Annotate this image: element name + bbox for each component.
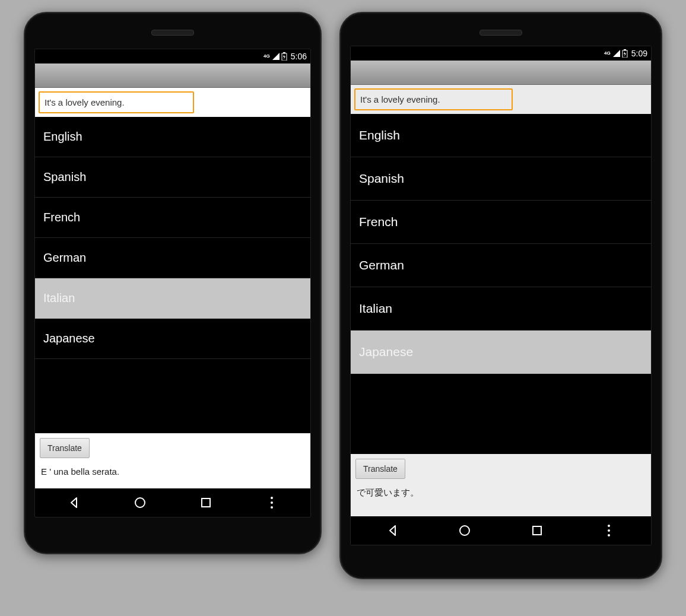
- svg-rect-5: [624, 49, 626, 50]
- svg-rect-1: [283, 52, 285, 53]
- phone-speaker: [151, 30, 194, 36]
- nav-recent-button[interactable]: [525, 519, 549, 542]
- nav-back-button[interactable]: [62, 491, 86, 515]
- language-item-english[interactable]: English: [351, 114, 651, 157]
- result-panel: Translate で可愛います。: [351, 454, 651, 516]
- svg-rect-7: [533, 526, 541, 535]
- menu-dots-icon: [605, 525, 613, 536]
- language-item-spanish[interactable]: Spanish: [351, 157, 651, 201]
- device-frame-left: 4G 5:06 English Spanish French German It…: [24, 12, 322, 554]
- network-indicator: 4G: [263, 54, 270, 59]
- language-item-italian[interactable]: Italian: [35, 278, 310, 319]
- language-item-italian[interactable]: Italian: [351, 287, 651, 331]
- app-content: English Spanish French German Italian Ja…: [351, 85, 651, 516]
- translate-button[interactable]: Translate: [40, 438, 90, 458]
- nav-menu-button[interactable]: [597, 519, 621, 542]
- phone-speaker: [479, 30, 522, 36]
- status-bar: 4G 5:09: [351, 46, 651, 61]
- nav-back-button[interactable]: [381, 519, 405, 542]
- app-content: English Spanish French German Italian Ja…: [35, 88, 310, 488]
- screen-right: 4G 5:09 English Spanish French German It…: [350, 46, 652, 545]
- signal-icon: [272, 53, 280, 60]
- title-bar: [35, 63, 310, 88]
- input-row: [351, 85, 651, 114]
- svg-point-6: [460, 526, 469, 535]
- nav-home-button[interactable]: [128, 491, 152, 515]
- status-bar: 4G 5:06: [35, 49, 310, 63]
- source-text-input[interactable]: [39, 91, 194, 113]
- menu-dots-icon: [268, 497, 276, 509]
- language-item-german[interactable]: German: [35, 238, 310, 278]
- language-item-japanese[interactable]: Japanese: [35, 319, 310, 359]
- translation-output: で可愛います。: [355, 487, 646, 498]
- input-row: [35, 88, 310, 117]
- source-text-input[interactable]: [354, 88, 513, 110]
- nav-menu-button[interactable]: [260, 491, 284, 515]
- nav-home-button[interactable]: [453, 519, 477, 542]
- signal-icon: [612, 50, 621, 57]
- language-item-german[interactable]: German: [351, 244, 651, 287]
- device-frame-right: 4G 5:09 English Spanish French German It…: [339, 12, 662, 579]
- network-indicator: 4G: [604, 51, 611, 56]
- language-item-spanish[interactable]: Spanish: [35, 157, 310, 198]
- translation-output: E ' una bella serata.: [40, 466, 306, 477]
- language-list: English Spanish French German Italian Ja…: [351, 114, 651, 454]
- svg-rect-3: [202, 498, 210, 507]
- language-list: English Spanish French German Italian Ja…: [35, 117, 310, 433]
- nav-bar: [35, 488, 310, 517]
- nav-bar: [351, 516, 651, 545]
- nav-recent-button[interactable]: [194, 491, 218, 515]
- language-item-french[interactable]: French: [35, 198, 310, 238]
- language-item-english[interactable]: English: [35, 117, 310, 157]
- battery-charging-icon: [622, 49, 628, 58]
- translate-button[interactable]: Translate: [355, 459, 405, 479]
- title-bar: [351, 61, 651, 85]
- screen-left: 4G 5:06 English Spanish French German It…: [34, 49, 311, 517]
- result-panel: Translate E ' una bella serata.: [35, 433, 310, 488]
- clock: 5:09: [631, 49, 647, 58]
- clock: 5:06: [291, 52, 307, 61]
- battery-charging-icon: [281, 52, 287, 61]
- language-item-french[interactable]: French: [351, 201, 651, 244]
- language-item-japanese[interactable]: Japanese: [351, 331, 651, 374]
- svg-point-2: [135, 498, 145, 507]
